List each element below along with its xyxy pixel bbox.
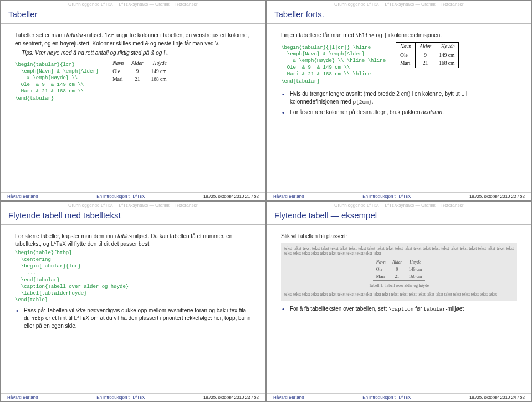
footer-page: 18./25. oktober 2010 22 / 53 bbox=[469, 194, 525, 199]
paragraph: Linjer i tabellene får man med \hline og… bbox=[281, 32, 517, 40]
nav-sep: — bbox=[415, 2, 420, 7]
footer-title: En introduksjon til LᴬTᴇX bbox=[304, 395, 469, 400]
slide-body: For større tabeller, kapsler man dem inn… bbox=[1, 229, 265, 393]
td: 21 bbox=[389, 274, 406, 281]
td: 9 bbox=[389, 266, 406, 274]
th: Høyde bbox=[435, 42, 459, 51]
td: Ole bbox=[109, 68, 127, 76]
intro-text: Slik vil tabellen bli plassert: bbox=[281, 233, 517, 240]
footer-author: Håvard Berland bbox=[273, 194, 304, 199]
nav-item: Referanser bbox=[175, 203, 198, 208]
slide-22: Grunnleggende LᴬTᴇX LᴬTᴇX-syntaks — Graf… bbox=[266, 0, 532, 201]
code-and-output: \begin{tabular}{lcr} \emph{Navn} & \emph… bbox=[15, 59, 251, 104]
list-item: Hvis du trenger lengre avsnitt (med bred… bbox=[282, 90, 517, 107]
nav-item: LᴬTᴇX-syntaks bbox=[119, 2, 148, 7]
example-inner-table: NavnAlderHøyde Ole9149 cm Mari21168 cm bbox=[373, 259, 425, 281]
slide-footer: Håvard Berland En introduksjon til LᴬTᴇX… bbox=[267, 393, 531, 401]
output-table: NavnAlderHøyde Ole9149 cm Mari21168 cm bbox=[396, 42, 459, 68]
footer-page: 18./25. oktober 2010 24 / 53 bbox=[469, 395, 525, 400]
th: Navn bbox=[396, 42, 416, 51]
output-table: NavnAlderHøyde Ole9149 cm Mari21168 cm bbox=[109, 59, 170, 84]
td: Mari bbox=[396, 59, 416, 68]
slide-footer: Håvard Berland En introduksjon til LᴬTᴇX… bbox=[1, 393, 265, 401]
nav-sep: — bbox=[149, 2, 154, 7]
bullet-list: For å få tabellteksten over tabellen, se… bbox=[281, 305, 517, 313]
td: 21 bbox=[416, 59, 436, 68]
code-block: \begin{table}[htbp] \centering \begin{ta… bbox=[15, 250, 251, 303]
code-block: \begin{tabular}{|l|cr|} \hline \emph{Nav… bbox=[281, 44, 386, 85]
td: 168 cm bbox=[405, 274, 425, 281]
th: Høyde bbox=[147, 59, 170, 68]
divider bbox=[1, 224, 265, 225]
nav-item: Grafikk bbox=[155, 2, 170, 7]
td: Mari bbox=[109, 75, 127, 84]
lorem-text: tekst tekst tekst tekst tekst tekst teks… bbox=[284, 292, 514, 297]
list-item: For å sentrere kolonner på desimaltegn, … bbox=[282, 109, 517, 116]
code-and-output: \begin{tabular}{|l|cr|} \hline \emph{Nav… bbox=[281, 42, 517, 87]
nav-bar: Grunnleggende LᴬTᴇX LᴬTᴇX-syntaks — Graf… bbox=[1, 1, 265, 7]
slide-23: Grunnleggende LᴬTᴇX LᴬTᴇX-syntaks — Graf… bbox=[0, 201, 266, 402]
footer-author: Håvard Berland bbox=[7, 194, 38, 199]
slide-body: Linjer i tabellene får man med \hline og… bbox=[267, 28, 531, 192]
slide-grid: Grunnleggende LᴬTᴇX LᴬTᴇX-syntaks — Graf… bbox=[0, 0, 532, 402]
nav-item: Referanser bbox=[441, 203, 464, 208]
nav-item: Grafikk bbox=[421, 2, 436, 7]
nav-item: LᴬTᴇX-syntaks bbox=[385, 2, 414, 7]
td: 149 cm bbox=[405, 266, 425, 274]
td: 9 bbox=[127, 68, 147, 76]
bullet-list: Hvis du trenger lengre avsnitt (med bred… bbox=[281, 90, 517, 116]
footer-author: Håvard Berland bbox=[7, 395, 38, 400]
nav-item: Grafikk bbox=[155, 203, 170, 208]
nav-item: Grunnleggende LᴬTᴇX bbox=[68, 203, 113, 208]
nav-item: Referanser bbox=[175, 2, 198, 7]
td: 9 bbox=[416, 51, 436, 59]
nav-bar: Grunnleggende LᴬTᴇX LᴬTᴇX-syntaks — Graf… bbox=[1, 202, 265, 208]
tip-text: Tips: Vær nøye med å ha rett antall og r… bbox=[15, 49, 251, 57]
footer-title: En introduksjon til LᴬTᴇX bbox=[38, 395, 203, 400]
th: Navn bbox=[109, 59, 127, 68]
footer-title: En introduksjon til LᴬTᴇX bbox=[304, 194, 469, 199]
slide-title: Flytende tabell — eksempel bbox=[267, 208, 531, 224]
footer-page: 18./25. oktober 2010 23 / 53 bbox=[203, 395, 259, 400]
slide-title: Tabeller bbox=[1, 7, 265, 23]
slide-body: Slik vil tabellen bli plassert: tekst te… bbox=[267, 229, 531, 393]
list-item: For å få tabellteksten over tabellen, se… bbox=[282, 305, 517, 313]
lorem-text: tekst tekst tekst tekst tekst tekst teks… bbox=[284, 246, 514, 257]
td: Mari bbox=[373, 274, 389, 281]
slide-21: Grunnleggende LᴬTᴇX LᴬTᴇX-syntaks — Graf… bbox=[0, 0, 266, 201]
td: 168 cm bbox=[147, 75, 170, 84]
nav-item: Grunnleggende LᴬTᴇX bbox=[68, 2, 113, 7]
nav-item: Grafikk bbox=[421, 203, 436, 208]
slide-24: Grunnleggende LᴬTᴇX LᴬTᴇX-syntaks — Graf… bbox=[266, 201, 532, 402]
slide-body: Tabeller setter man i tabular-miljøet. l… bbox=[1, 28, 265, 192]
paragraph: For større tabeller, kapsler man dem inn… bbox=[15, 233, 251, 248]
list-item: Pass på: Tabellen vil ikke nødvendigvis … bbox=[16, 307, 251, 330]
td: Ole bbox=[373, 266, 389, 274]
nav-item: LᴬTᴇX-syntaks bbox=[119, 203, 148, 208]
footer-title: En introduksjon til LᴬTᴇX bbox=[38, 194, 203, 199]
th: Alder bbox=[389, 259, 406, 266]
nav-item: Grunnleggende LᴬTᴇX bbox=[334, 2, 379, 7]
nav-bar: Grunnleggende LᴬTᴇX LᴬTᴇX-syntaks — Graf… bbox=[267, 202, 531, 208]
th: Alder bbox=[127, 59, 147, 68]
slide-title: Tabeller forts. bbox=[267, 7, 531, 23]
divider bbox=[267, 224, 531, 225]
nav-item: LᴬTᴇX-syntaks bbox=[385, 203, 414, 208]
nav-bar: Grunnleggende LᴬTᴇX LᴬTᴇX-syntaks — Graf… bbox=[267, 1, 531, 7]
td: Ole bbox=[396, 51, 416, 59]
th: Navn bbox=[373, 259, 389, 266]
table-caption: Tabell 1: Tabell over alder og høyde bbox=[284, 283, 514, 288]
td: 149 cm bbox=[147, 68, 170, 76]
paragraph: Tabeller setter man i tabular-miljøet. l… bbox=[15, 32, 251, 47]
th: Alder bbox=[416, 42, 436, 51]
bullet-list: Pass på: Tabellen vil ikke nødvendigvis … bbox=[15, 307, 251, 330]
divider bbox=[267, 23, 531, 24]
nav-item: Grunnleggende LᴬTᴇX bbox=[334, 203, 379, 208]
footer-author: Håvard Berland bbox=[273, 395, 304, 400]
divider bbox=[1, 23, 265, 24]
th: Høyde bbox=[405, 259, 425, 266]
slide-title: Flytende tabell med tabelltekst bbox=[1, 208, 265, 224]
td: 149 cm bbox=[435, 51, 459, 59]
nav-item: Referanser bbox=[441, 2, 464, 7]
example-render-box: tekst tekst tekst tekst tekst tekst teks… bbox=[281, 243, 517, 301]
